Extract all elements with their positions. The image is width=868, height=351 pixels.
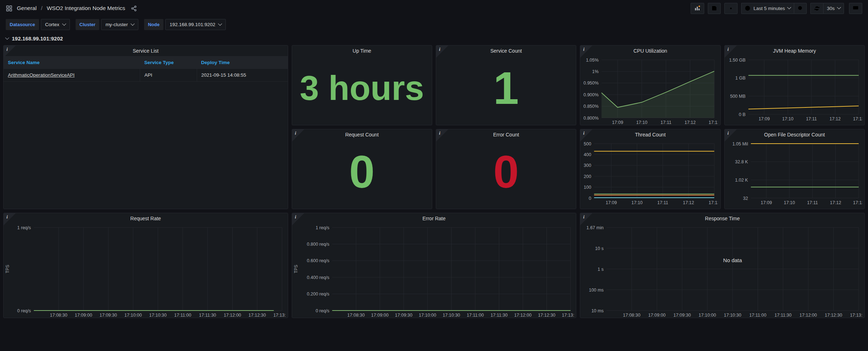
cpu-utilization-chart[interactable]: 0.800%0.850%0.900%0.950%1%1.05%17:0917:1… <box>582 56 718 125</box>
svg-text:TPS: TPS <box>5 265 10 273</box>
variable-node: Node 192.168.99.101:9202 <box>144 19 226 30</box>
legend-item[interactable]: UsedCurrent: 229 MB <box>791 125 845 125</box>
zoom-out-icon <box>797 5 803 11</box>
panel-title-thread-count[interactable]: Thread Count <box>580 129 720 140</box>
legend-series-value: Current: 264 <box>752 209 777 209</box>
svg-text:17:12: 17:12 <box>829 116 840 121</box>
save-dashboard-button[interactable] <box>708 3 721 14</box>
variable-node-value[interactable]: 192.168.99.101:9202 <box>165 19 226 30</box>
svg-text:17:10: 17:10 <box>784 200 795 205</box>
dashboard-row-header[interactable]: 192.168.99.101:9202 <box>0 33 868 44</box>
svg-text:17:11:30: 17:11:30 <box>490 313 507 318</box>
svg-text:1.05%: 1.05% <box>586 58 598 63</box>
svg-text:17:10:30: 17:10:30 <box>149 313 167 318</box>
panel-title-service-list[interactable]: Service List <box>4 45 288 56</box>
legend-series-value: Current: 1.05 Mil <box>804 209 837 209</box>
svg-text:17:10:30: 17:10:30 <box>443 313 460 318</box>
panel-info-corner[interactable] <box>4 213 16 225</box>
up-time-value: 3 hours <box>292 56 432 125</box>
table-cell: API <box>140 69 197 82</box>
panel-title-error-rate[interactable]: Error Rate <box>292 213 576 224</box>
svg-text:0.800%: 0.800% <box>583 116 598 121</box>
save-icon <box>711 5 717 11</box>
svg-text:32: 32 <box>743 196 748 201</box>
svg-text:17:13: 17:13 <box>853 116 862 121</box>
svg-text:17:11:30: 17:11:30 <box>199 313 216 318</box>
svg-text:0 req/s: 0 req/s <box>17 308 31 313</box>
svg-text:1 req/s: 1 req/s <box>17 225 31 230</box>
panel-title-service-count[interactable]: Service Count <box>436 45 576 56</box>
share-icon[interactable] <box>131 5 137 11</box>
svg-text:17:11: 17:11 <box>657 200 668 205</box>
panel-title-up-time[interactable]: Up Time <box>292 45 432 56</box>
breadcrumb-section[interactable]: General <box>17 5 37 11</box>
panel-title-jvm-heap-memory[interactable]: JVM Heap Memory <box>725 45 864 56</box>
legend-item[interactable]: Timed Waiting <box>681 209 716 209</box>
panel-title-open-file-descriptor-count[interactable]: Open File Descriptor Count <box>725 129 864 140</box>
variable-datasource-value[interactable]: Cortex <box>41 19 70 30</box>
table-header-deploy-time[interactable]: Deploy Time <box>197 57 288 69</box>
request-rate-chart[interactable]: 0 req/s1 req/s17:08:3017:09:0017:09:3017… <box>5 224 286 318</box>
refresh-interval-label: 30s <box>827 6 835 11</box>
svg-text:17:13: 17:13 <box>709 200 718 205</box>
svg-text:17:12: 17:12 <box>685 120 696 125</box>
refresh-button[interactable] <box>810 3 823 14</box>
legend-item[interactable]: MaxCurrent: 1.05 Mil <box>784 209 837 209</box>
service-link[interactable]: ArithmaticOperationServiceAPI <box>8 72 75 78</box>
legend-item[interactable]: MaxCurrent: 1.07 GB <box>730 125 784 125</box>
legend-series-value: Current: 1.07 GB <box>750 125 784 125</box>
apps-grid-icon[interactable] <box>6 5 13 12</box>
legend-item[interactable]: OpenCurrent: 264 <box>730 209 777 209</box>
panel-open-file-descriptor-count: i Open File Descriptor Count 321.02 K32.… <box>724 129 865 209</box>
response-time-chart[interactable]: 10 ms100 ms1 s10 s1.67 min17:08:3017:09:… <box>582 224 862 318</box>
panel-title-request-rate[interactable]: Request Rate <box>4 213 288 224</box>
panel-info-corner[interactable] <box>436 45 448 58</box>
svg-text:17:09:00: 17:09:00 <box>648 313 666 318</box>
variable-cluster: Cluster my-cluster <box>76 19 138 30</box>
time-range-picker[interactable]: Last 5 minutes <box>741 3 794 14</box>
legend-series-name: Timed Waiting <box>689 209 716 209</box>
svg-text:17:12: 17:12 <box>683 200 694 205</box>
panel-title-request-count[interactable]: Request Count <box>292 129 432 140</box>
jvm-heap-memory-chart[interactable]: 0 B500 MB1 GB1.50 GB17:0917:1017:1117:12… <box>726 56 862 124</box>
panel-error-count: i Error Count 0 <box>436 129 576 209</box>
panel-info-corner[interactable] <box>725 129 737 141</box>
add-panel-button[interactable] <box>691 3 704 14</box>
panel-info-corner[interactable] <box>580 213 592 225</box>
svg-text:400: 400 <box>584 152 591 157</box>
panel-info-corner[interactable] <box>4 45 16 58</box>
thread-count-chart[interactable]: 010020030040050017:0917:1017:1117:1217:1… <box>582 140 718 207</box>
panel-title-cpu-utilization[interactable]: CPU Utilization <box>580 45 720 56</box>
svg-text:17:13:00: 17:13:00 <box>273 313 286 318</box>
panel-info-corner[interactable] <box>725 45 737 58</box>
svg-text:TPS: TPS <box>294 265 299 273</box>
panel-info-corner[interactable] <box>436 129 448 141</box>
panel-info-corner[interactable] <box>580 129 592 141</box>
zoom-out-time-button[interactable] <box>794 3 807 14</box>
svg-text:300: 300 <box>584 163 591 168</box>
cycle-view-mode-button[interactable] <box>849 3 862 14</box>
panel-info-corner[interactable] <box>580 45 592 58</box>
svg-text:0.200 req/s: 0.200 req/s <box>307 292 329 297</box>
svg-text:10 s: 10 s <box>595 246 604 251</box>
breadcrumb-separator: / <box>41 5 42 11</box>
error-rate-chart[interactable]: 0 req/s0.200 req/s0.400 req/s0.600 req/s… <box>294 224 574 318</box>
svg-text:0.900%: 0.900% <box>583 92 598 97</box>
panel-title-error-count[interactable]: Error Count <box>436 129 576 140</box>
open-file-descriptor-chart[interactable]: 321.02 K32.8 K1.05 Mil17:0917:1017:1117:… <box>726 140 862 207</box>
panel-title-response-time[interactable]: Response Time <box>580 213 864 224</box>
refresh-interval-picker[interactable]: 30s <box>823 3 844 14</box>
dashboard-settings-button[interactable] <box>724 3 738 14</box>
panel-info-corner[interactable] <box>292 213 304 225</box>
panel-info-corner[interactable] <box>292 129 304 141</box>
table-header-service-type[interactable]: Service Type <box>140 57 197 69</box>
table-header-service-name[interactable]: Service Name <box>4 57 140 69</box>
svg-text:No data: No data <box>723 257 742 263</box>
time-controls: Last 5 minutes <box>741 3 807 14</box>
svg-text:17:12:00: 17:12:00 <box>224 313 241 318</box>
service-count-value: 1 <box>436 56 576 125</box>
svg-text:17:09:00: 17:09:00 <box>75 313 92 318</box>
svg-text:17:09:30: 17:09:30 <box>673 313 691 318</box>
variable-cluster-value[interactable]: my-cluster <box>101 19 138 30</box>
dashboard-title[interactable]: WSO2 Integration Node Metrics <box>47 5 125 11</box>
